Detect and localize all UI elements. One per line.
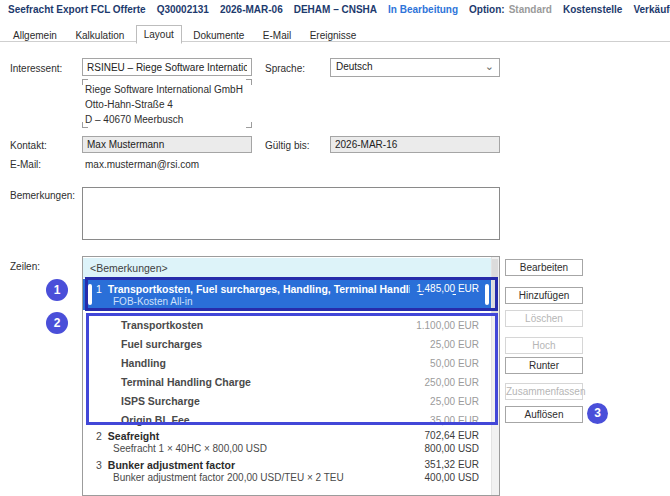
line-3-amount: 351,32 EUR bbox=[425, 459, 479, 470]
hoch-button: Hoch bbox=[505, 337, 583, 354]
document-titlebar: Seefracht Export FCL Offerte Q30002131 2… bbox=[8, 4, 668, 15]
kontakt-label: Kontakt: bbox=[10, 140, 47, 151]
line-1-title: 1Transportkosten, Fuel surcharges, Handl… bbox=[96, 283, 456, 295]
selection-handle bbox=[485, 284, 489, 305]
gueltig-bis-label: Gültig bis: bbox=[265, 140, 309, 151]
bemerkungen-label: Bemerkungen: bbox=[10, 190, 75, 201]
line-3-detail: Bunker adjustment factor 200,00 USD/TEU … bbox=[113, 472, 344, 483]
option-label: Option: bbox=[469, 4, 505, 15]
breakdown-amount: 25,00 EUR bbox=[430, 339, 479, 350]
zusammenfassen-button: Zusammenfassen bbox=[505, 383, 583, 400]
document-number: Q30002131 bbox=[157, 4, 209, 15]
breakdown-label: ISPS Surcharge bbox=[121, 395, 200, 407]
breakdown-label: Fuel surcharges bbox=[121, 338, 202, 350]
breakdown-label: Origin BL Fee bbox=[121, 414, 190, 426]
email-label: E-Mail: bbox=[10, 159, 41, 170]
breakdown-amount: 50,00 EUR bbox=[430, 358, 479, 369]
kontakt-input[interactable] bbox=[82, 136, 252, 153]
tab-email[interactable]: E-Mail bbox=[256, 27, 298, 43]
scrollbar-thumb[interactable] bbox=[492, 259, 498, 313]
address-line: D – 40670 Meerbusch bbox=[85, 112, 251, 127]
sprache-select[interactable]: Deutsch ⌄ bbox=[330, 58, 500, 77]
line-2-title: 2Seafreight bbox=[96, 430, 159, 442]
route-ports: DEHAM – CNSHA bbox=[294, 4, 377, 15]
loeschen-button: Löschen bbox=[505, 310, 583, 327]
breakdown-amount: 1.100,00 EUR bbox=[416, 320, 479, 331]
address-line: Otto-Hahn-Straße 4 bbox=[85, 97, 251, 112]
tab-dokumente[interactable]: Dokumente bbox=[186, 27, 251, 43]
breakdown-row[interactable]: Fuel surcharges 25,00 EUR bbox=[83, 335, 492, 354]
tab-allgemein[interactable]: Allgemein bbox=[6, 27, 64, 43]
bemerkungen-textarea[interactable] bbox=[82, 187, 500, 240]
breakdown-row[interactable]: Terminal Handling Charge 250,00 EUR bbox=[83, 373, 492, 392]
breakdown-label: Handling bbox=[121, 357, 166, 369]
breakdown-row[interactable]: Origin BL Fee 35,00 EUR bbox=[83, 411, 492, 430]
interessent-input[interactable] bbox=[82, 58, 252, 76]
line-1-subtitle: FOB-Kosten All-in bbox=[113, 296, 192, 307]
tab-kalkulation[interactable]: Kalkulation bbox=[68, 27, 131, 43]
line-2-detail-amount: 800,00 USD bbox=[425, 443, 479, 454]
bearbeiten-button[interactable]: Bearbeiten bbox=[505, 259, 583, 276]
option-field: Option: Standard bbox=[469, 4, 552, 15]
breakdown-label: Terminal Handling Charge bbox=[121, 376, 251, 388]
line-3-detail-amount: 400,00 USD bbox=[425, 472, 479, 483]
breakdown-label: Transportkosten bbox=[121, 319, 203, 331]
line-row-2[interactable]: 2Seafreight 702,64 EUR Seefracht 1 × 40H… bbox=[83, 430, 492, 459]
gueltig-bis-input[interactable] bbox=[330, 136, 500, 153]
breakdown-row[interactable]: ISPS Surcharge 25,00 EUR bbox=[83, 392, 492, 411]
document-title: Seefracht Export FCL Offerte bbox=[8, 4, 146, 15]
email-value: max.musterman@rsi.com bbox=[85, 159, 199, 170]
interessent-label: Interessent: bbox=[10, 63, 62, 74]
line-2-amount: 702,64 EUR bbox=[425, 430, 479, 441]
annotation-marker-1: 1 bbox=[46, 279, 68, 301]
zeilen-label: Zeilen: bbox=[10, 261, 40, 272]
line-row-3[interactable]: 3Bunker adjustment factor 351,32 EUR Bun… bbox=[83, 459, 492, 488]
tab-bar: Allgemein Kalkulation Layout Dokumente E… bbox=[0, 24, 670, 42]
hinzufuegen-button[interactable]: Hinzufügen bbox=[505, 287, 583, 304]
selection-handle bbox=[88, 284, 92, 305]
line-2-detail: Seefracht 1 × 40HC × 800,00 USD bbox=[113, 443, 267, 454]
status-badge[interactable]: In Bearbeitung bbox=[388, 4, 458, 15]
line-1-amount: 1.485,00 EUR bbox=[410, 283, 479, 294]
line-3-title: 3Bunker adjustment factor bbox=[96, 459, 235, 471]
line-row-1-selected[interactable]: 1Transportkosten, Fuel surcharges, Handl… bbox=[83, 279, 492, 310]
breakdown-row[interactable]: Transportkosten 1.100,00 EUR bbox=[83, 316, 492, 335]
zeilen-list: <Bemerkungen> 1Transportkosten, Fuel sur… bbox=[82, 256, 500, 496]
runter-button[interactable]: Runter bbox=[505, 357, 583, 374]
sprache-value: Deutsch bbox=[336, 61, 373, 72]
list-scrollbar[interactable] bbox=[491, 257, 499, 495]
breakdown-amount: 25,00 EUR bbox=[430, 396, 479, 407]
annotation-marker-2: 2 bbox=[46, 312, 68, 334]
tab-layout[interactable]: Layout bbox=[136, 25, 182, 44]
address-line: Riege Software International GmbH bbox=[85, 82, 251, 97]
document-date: 2026-MAR-06 bbox=[220, 4, 283, 15]
annotation-marker-3: 3 bbox=[587, 403, 608, 424]
option-value[interactable]: Standard bbox=[509, 4, 552, 15]
interessent-address: Riege Software International GmbH Otto-H… bbox=[85, 82, 251, 127]
aufloesen-button[interactable]: Auflösen bbox=[505, 406, 583, 423]
breakdown-amount: 35,00 EUR bbox=[430, 415, 479, 426]
line-row-remarks[interactable]: <Bemerkungen> bbox=[83, 258, 491, 278]
kostenstelle-link[interactable]: Kostenstelle bbox=[563, 4, 622, 15]
chevron-down-icon: ⌄ bbox=[485, 60, 494, 73]
tab-ereignisse[interactable]: Ereignisse bbox=[303, 27, 364, 43]
verkaeufer-label: Verkäufer: bbox=[633, 4, 670, 15]
sprache-label: Sprache: bbox=[265, 63, 305, 74]
breakdown-row[interactable]: Handling 50,00 EUR bbox=[83, 354, 492, 373]
verkaeufer-field: Verkäufer: Nicht gesetzt bbox=[633, 4, 670, 15]
line-1-number: 1 bbox=[96, 283, 102, 295]
breakdown-amount: 250,00 EUR bbox=[425, 377, 479, 388]
